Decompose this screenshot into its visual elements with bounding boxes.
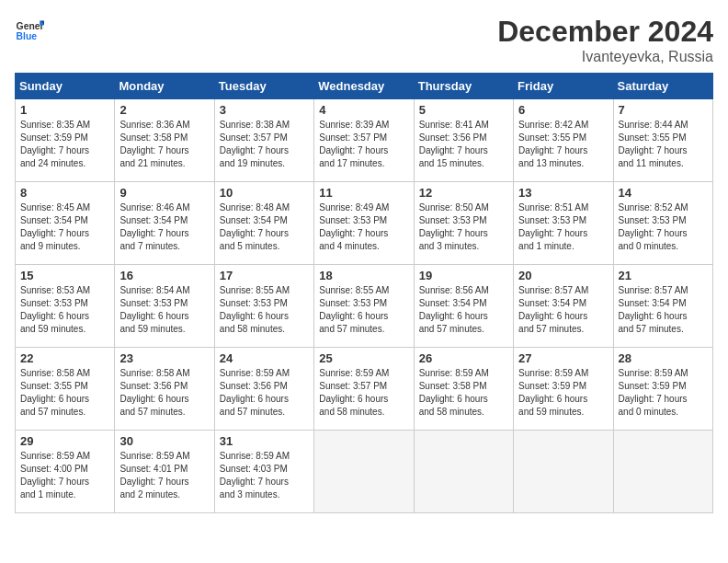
weekday-header-monday: Monday <box>115 74 214 99</box>
day-info: Sunrise: 8:59 AM Sunset: 3:59 PM Dayligh… <box>619 367 708 419</box>
week-row-3: 15Sunrise: 8:53 AM Sunset: 3:53 PM Dayli… <box>16 265 713 348</box>
day-number: 6 <box>518 103 608 117</box>
day-info: Sunrise: 8:50 AM Sunset: 3:53 PM Dayligh… <box>419 201 508 253</box>
day-number: 18 <box>319 269 408 282</box>
calendar-cell: 10Sunrise: 8:48 AM Sunset: 3:54 PM Dayli… <box>214 182 313 265</box>
calendar-cell: 24Sunrise: 8:59 AM Sunset: 3:56 PM Dayli… <box>214 348 313 431</box>
day-number: 8 <box>20 186 109 200</box>
day-info: Sunrise: 8:48 AM Sunset: 3:54 PM Dayligh… <box>220 201 309 253</box>
calendar-cell: 17Sunrise: 8:55 AM Sunset: 3:53 PM Dayli… <box>214 265 313 348</box>
calendar-cell: 21Sunrise: 8:57 AM Sunset: 3:54 PM Dayli… <box>613 265 712 348</box>
weekday-header-tuesday: Tuesday <box>214 74 313 99</box>
calendar-cell: 5Sunrise: 8:41 AM Sunset: 3:56 PM Daylig… <box>414 99 513 182</box>
weekday-header-row: SundayMondayTuesdayWednesdayThursdayFrid… <box>16 74 713 99</box>
day-info: Sunrise: 8:56 AM Sunset: 3:54 PM Dayligh… <box>419 284 508 336</box>
calendar-cell <box>414 431 513 513</box>
calendar-table: SundayMondayTuesdayWednesdayThursdayFrid… <box>15 73 713 513</box>
week-row-2: 8Sunrise: 8:45 AM Sunset: 3:54 PM Daylig… <box>16 182 713 265</box>
calendar-cell: 7Sunrise: 8:44 AM Sunset: 3:55 PM Daylig… <box>613 99 712 182</box>
day-number: 12 <box>419 186 508 200</box>
calendar-body: 1Sunrise: 8:35 AM Sunset: 3:59 PM Daylig… <box>16 99 713 513</box>
calendar-cell: 19Sunrise: 8:56 AM Sunset: 3:54 PM Dayli… <box>414 265 513 348</box>
day-info: Sunrise: 8:58 AM Sunset: 3:56 PM Dayligh… <box>119 367 209 419</box>
day-info: Sunrise: 8:52 AM Sunset: 3:53 PM Dayligh… <box>619 201 708 253</box>
day-number: 28 <box>619 351 708 365</box>
day-number: 30 <box>119 434 209 448</box>
calendar-cell <box>613 431 712 513</box>
svg-text:Blue: Blue <box>17 31 38 41</box>
calendar-cell: 2Sunrise: 8:36 AM Sunset: 3:58 PM Daylig… <box>115 99 214 182</box>
day-info: Sunrise: 8:57 AM Sunset: 3:54 PM Dayligh… <box>518 284 608 336</box>
calendar-cell: 6Sunrise: 8:42 AM Sunset: 3:55 PM Daylig… <box>514 99 613 182</box>
day-number: 10 <box>220 186 309 200</box>
day-number: 14 <box>619 186 708 200</box>
calendar-cell: 12Sunrise: 8:50 AM Sunset: 3:53 PM Dayli… <box>414 182 513 265</box>
calendar-cell: 9Sunrise: 8:46 AM Sunset: 3:54 PM Daylig… <box>115 182 214 265</box>
logo-icon: General Blue <box>15 15 44 44</box>
day-info: Sunrise: 8:59 AM Sunset: 4:01 PM Dayligh… <box>119 450 209 501</box>
day-number: 22 <box>20 351 109 365</box>
calendar-cell: 15Sunrise: 8:53 AM Sunset: 3:53 PM Dayli… <box>16 265 115 348</box>
day-number: 24 <box>220 351 309 365</box>
day-number: 1 <box>20 103 109 117</box>
day-info: Sunrise: 8:45 AM Sunset: 3:54 PM Dayligh… <box>20 201 109 253</box>
calendar-cell: 4Sunrise: 8:39 AM Sunset: 3:57 PM Daylig… <box>314 99 414 182</box>
day-info: Sunrise: 8:55 AM Sunset: 3:53 PM Dayligh… <box>220 284 309 336</box>
day-number: 29 <box>20 434 109 448</box>
day-number: 21 <box>619 269 708 282</box>
day-number: 13 <box>518 186 608 200</box>
day-info: Sunrise: 8:49 AM Sunset: 3:53 PM Dayligh… <box>319 201 408 253</box>
day-info: Sunrise: 8:54 AM Sunset: 3:53 PM Dayligh… <box>119 284 209 336</box>
calendar-cell: 3Sunrise: 8:38 AM Sunset: 3:57 PM Daylig… <box>214 99 313 182</box>
calendar-cell <box>314 431 414 513</box>
logo: General Blue <box>15 15 44 44</box>
day-number: 5 <box>419 103 508 117</box>
day-info: Sunrise: 8:53 AM Sunset: 3:53 PM Dayligh… <box>20 284 109 336</box>
calendar-cell: 18Sunrise: 8:55 AM Sunset: 3:53 PM Dayli… <box>314 265 414 348</box>
week-row-4: 22Sunrise: 8:58 AM Sunset: 3:55 PM Dayli… <box>16 348 713 431</box>
day-number: 2 <box>119 103 209 117</box>
day-number: 15 <box>20 269 109 282</box>
calendar-cell: 22Sunrise: 8:58 AM Sunset: 3:55 PM Dayli… <box>16 348 115 431</box>
day-info: Sunrise: 8:38 AM Sunset: 3:57 PM Dayligh… <box>220 119 309 170</box>
calendar-cell: 14Sunrise: 8:52 AM Sunset: 3:53 PM Dayli… <box>613 182 712 265</box>
day-info: Sunrise: 8:59 AM Sunset: 3:58 PM Dayligh… <box>419 367 508 419</box>
calendar-cell: 20Sunrise: 8:57 AM Sunset: 3:54 PM Dayli… <box>514 265 613 348</box>
day-number: 20 <box>518 269 608 282</box>
day-info: Sunrise: 8:44 AM Sunset: 3:55 PM Dayligh… <box>619 119 708 170</box>
location-subtitle: Ivanteyevka, Russia <box>497 49 713 65</box>
weekday-header-sunday: Sunday <box>16 74 115 99</box>
day-number: 7 <box>619 103 708 117</box>
weekday-header-friday: Friday <box>514 74 613 99</box>
calendar-cell: 16Sunrise: 8:54 AM Sunset: 3:53 PM Dayli… <box>115 265 214 348</box>
day-number: 25 <box>319 351 408 365</box>
day-number: 4 <box>319 103 408 117</box>
day-info: Sunrise: 8:55 AM Sunset: 3:53 PM Dayligh… <box>319 284 408 336</box>
day-info: Sunrise: 8:59 AM Sunset: 4:00 PM Dayligh… <box>20 450 109 501</box>
calendar-cell: 8Sunrise: 8:45 AM Sunset: 3:54 PM Daylig… <box>16 182 115 265</box>
day-info: Sunrise: 8:36 AM Sunset: 3:58 PM Dayligh… <box>119 119 209 170</box>
day-info: Sunrise: 8:59 AM Sunset: 3:57 PM Dayligh… <box>319 367 408 419</box>
day-number: 11 <box>319 186 408 200</box>
calendar-cell: 11Sunrise: 8:49 AM Sunset: 3:53 PM Dayli… <box>314 182 414 265</box>
calendar-cell: 27Sunrise: 8:59 AM Sunset: 3:59 PM Dayli… <box>514 348 613 431</box>
day-number: 27 <box>518 351 608 365</box>
day-number: 17 <box>220 269 309 282</box>
title-area: December 2024 Ivanteyevka, Russia <box>497 15 713 65</box>
day-info: Sunrise: 8:51 AM Sunset: 3:53 PM Dayligh… <box>518 201 608 253</box>
day-info: Sunrise: 8:57 AM Sunset: 3:54 PM Dayligh… <box>619 284 708 336</box>
calendar-cell: 31Sunrise: 8:59 AM Sunset: 4:03 PM Dayli… <box>214 431 313 513</box>
calendar-cell: 25Sunrise: 8:59 AM Sunset: 3:57 PM Dayli… <box>314 348 414 431</box>
day-info: Sunrise: 8:58 AM Sunset: 3:55 PM Dayligh… <box>20 367 109 419</box>
calendar-cell: 13Sunrise: 8:51 AM Sunset: 3:53 PM Dayli… <box>514 182 613 265</box>
day-info: Sunrise: 8:42 AM Sunset: 3:55 PM Dayligh… <box>518 119 608 170</box>
day-number: 26 <box>419 351 508 365</box>
day-info: Sunrise: 8:59 AM Sunset: 4:03 PM Dayligh… <box>220 450 309 501</box>
weekday-header-wednesday: Wednesday <box>314 74 414 99</box>
day-info: Sunrise: 8:59 AM Sunset: 3:56 PM Dayligh… <box>220 367 309 419</box>
week-row-5: 29Sunrise: 8:59 AM Sunset: 4:00 PM Dayli… <box>16 431 713 513</box>
day-info: Sunrise: 8:59 AM Sunset: 3:59 PM Dayligh… <box>518 367 608 419</box>
day-info: Sunrise: 8:35 AM Sunset: 3:59 PM Dayligh… <box>20 119 109 170</box>
calendar-cell: 1Sunrise: 8:35 AM Sunset: 3:59 PM Daylig… <box>16 99 115 182</box>
calendar-cell: 23Sunrise: 8:58 AM Sunset: 3:56 PM Dayli… <box>115 348 214 431</box>
